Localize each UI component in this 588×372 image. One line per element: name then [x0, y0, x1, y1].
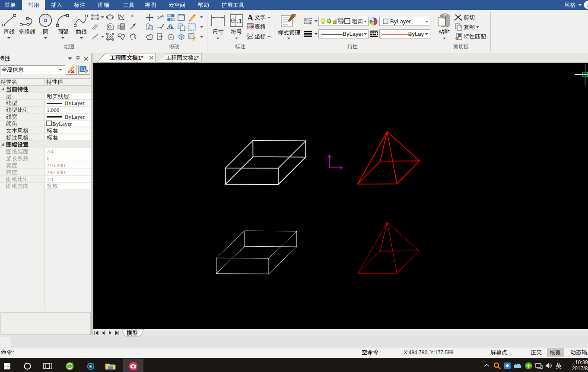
svg-text:x: x: [252, 33, 253, 36]
svg-text:?: ?: [587, 2, 588, 8]
svg-text:.1: .1: [237, 18, 242, 25]
svg-text:y: y: [246, 35, 248, 37]
